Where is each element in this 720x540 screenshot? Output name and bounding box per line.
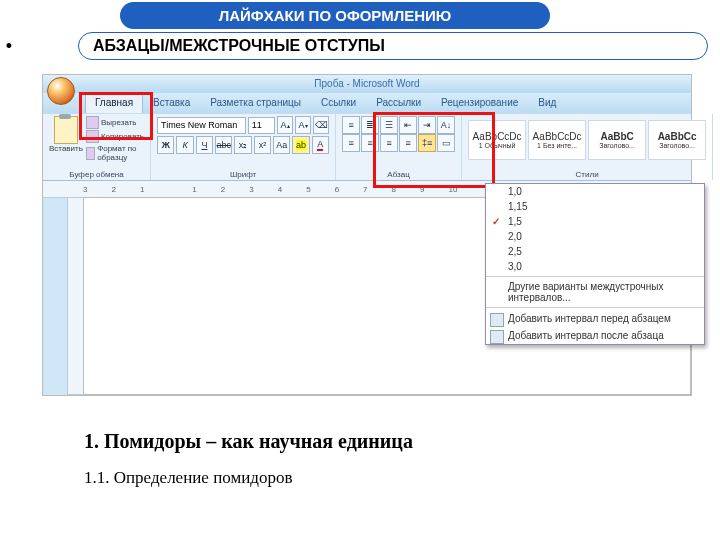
bold-button[interactable]: Ж xyxy=(157,136,174,154)
ruler-tick: 2 xyxy=(221,185,225,194)
font-size-combo[interactable]: 11 xyxy=(248,117,275,134)
style-preview: АаBbCcDc xyxy=(533,131,582,142)
highlight-box-tab xyxy=(79,92,153,140)
slide-title: ЛАЙФХАКИ ПО ОФОРМЛЕНИЮ xyxy=(120,2,550,29)
group-styles-label: Стили xyxy=(468,169,706,180)
bullets-button[interactable]: ≡ xyxy=(342,116,360,134)
bullet-dot: • xyxy=(0,36,18,57)
style-no-spacing[interactable]: АаBbCcDc1 Без инте... xyxy=(528,120,586,160)
window-titlebar: Проба - Microsoft Word xyxy=(43,75,691,93)
spacing-option-2-5[interactable]: 2,5 xyxy=(486,244,704,259)
spacing-option-1-5[interactable]: 1,5 xyxy=(486,214,704,229)
ruler-tick: 6 xyxy=(335,185,339,194)
align-left-button[interactable]: ≡ xyxy=(342,134,360,152)
font-family-combo[interactable]: Times New Roman xyxy=(157,117,246,134)
format-painter-button[interactable]: Формат по образцу xyxy=(86,144,144,162)
grow-font-button[interactable]: A▴ xyxy=(277,116,293,134)
ruler-tick: 2 xyxy=(111,185,115,194)
ruler-tick: 1 xyxy=(140,185,144,194)
underline-button[interactable]: Ч xyxy=(196,136,213,154)
ruler-tick: 1 xyxy=(192,185,196,194)
paste-icon xyxy=(54,116,78,144)
paste-button[interactable]: Вставить xyxy=(49,116,83,162)
format-painter-label: Формат по образцу xyxy=(97,144,144,162)
spacing-more-options[interactable]: Другие варианты междустрочных интервалов… xyxy=(486,279,704,305)
style-name: Заголово... xyxy=(599,142,635,149)
highlight-button[interactable]: ab xyxy=(292,136,309,154)
tab-mailings[interactable]: Рассылки xyxy=(366,93,431,113)
spacing-option-1-0[interactable]: 1,0 xyxy=(486,184,704,199)
ruler-tick: 3 xyxy=(249,185,253,194)
add-space-before[interactable]: Добавить интервал перед абзацем xyxy=(486,310,704,327)
ruler-tick: 5 xyxy=(306,185,310,194)
style-preview: AaBbC xyxy=(600,131,633,142)
tab-view[interactable]: Вид xyxy=(528,93,566,113)
style-heading2[interactable]: AaBbCcЗаголово... xyxy=(648,120,706,160)
tab-review[interactable]: Рецензирование xyxy=(431,93,528,113)
group-clipboard-label: Буфер обмена xyxy=(49,169,144,180)
style-preview: AaBbCc xyxy=(658,131,697,142)
italic-button[interactable]: К xyxy=(176,136,193,154)
subscript-button[interactable]: x₂ xyxy=(234,136,251,154)
style-name: Заголово... xyxy=(659,142,695,149)
style-name: 1 Без инте... xyxy=(537,142,577,149)
ruler-tick: 3 xyxy=(83,185,87,194)
tab-references[interactable]: Ссылки xyxy=(311,93,366,113)
ruler-tick: 7 xyxy=(363,185,367,194)
superscript-button[interactable]: x² xyxy=(254,136,271,154)
style-heading1[interactable]: AaBbCЗаголово... xyxy=(588,120,646,160)
highlight-box-paragraph xyxy=(373,112,495,188)
doc-heading-1: 1. Помидоры – как научная единица xyxy=(84,430,413,453)
shrink-font-button[interactable]: A▾ xyxy=(295,116,311,134)
paste-label: Вставить xyxy=(49,144,83,153)
office-orb-button[interactable] xyxy=(47,77,75,105)
ruler-tick: 4 xyxy=(278,185,282,194)
group-font: Times New Roman 11 A▴ A▾ ⌫ Ж К Ч abc x₂ … xyxy=(151,114,336,180)
brush-icon xyxy=(86,147,95,160)
clear-formatting-button[interactable]: ⌫ xyxy=(313,116,329,134)
group-styles: АаBbCcDc1 Обычный АаBbCcDc1 Без инте... … xyxy=(462,114,713,180)
change-case-button[interactable]: Aa xyxy=(273,136,290,154)
word-window: Проба - Microsoft Word Главная Вставка Р… xyxy=(42,74,692,396)
font-color-button[interactable]: A xyxy=(312,136,329,154)
spacing-option-2-0[interactable]: 2,0 xyxy=(486,229,704,244)
spacing-option-1-15[interactable]: 1,15 xyxy=(486,199,704,214)
spacing-option-3-0[interactable]: 3,0 xyxy=(486,259,704,274)
group-font-label: Шрифт xyxy=(157,169,329,180)
slide-subhead-row: • АБЗАЦЫ/МЕЖСТРОЧНЫЕ ОТСТУПЫ xyxy=(0,32,720,60)
strikethrough-button[interactable]: abc xyxy=(215,136,232,154)
vertical-ruler[interactable] xyxy=(67,197,84,395)
doc-heading-2: 1.1. Определение помидоров xyxy=(84,468,292,488)
line-spacing-dropdown: 1,0 1,15 1,5 2,0 2,5 3,0 Другие варианты… xyxy=(485,183,705,345)
add-space-after[interactable]: Добавить интервал после абзаца xyxy=(486,327,704,344)
tab-page-layout[interactable]: Разметка страницы xyxy=(200,93,311,113)
slide-subtitle: АБЗАЦЫ/МЕЖСТРОЧНЫЕ ОТСТУПЫ xyxy=(78,32,708,60)
